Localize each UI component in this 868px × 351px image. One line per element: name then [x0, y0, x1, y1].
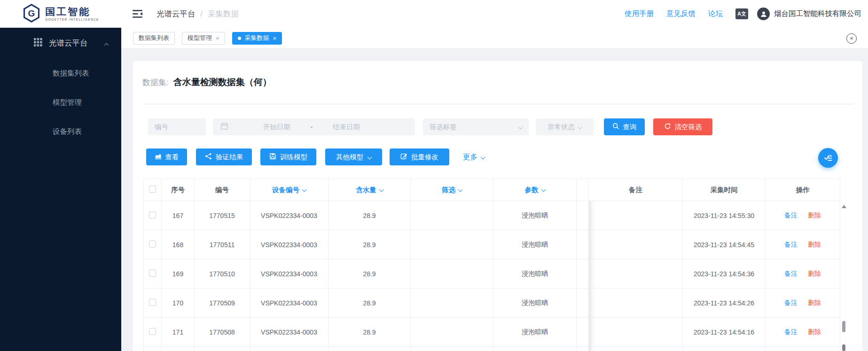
delete-link[interactable]: 删除	[808, 241, 821, 248]
spacer-cell	[577, 230, 589, 259]
device-cell: VSPK022334-0003	[250, 201, 328, 230]
topbar-link[interactable]: 意见反馈	[666, 9, 696, 19]
scrollbar-thumb[interactable]	[842, 321, 845, 332]
delete-link[interactable]: 删除	[808, 299, 821, 306]
table-header-cell[interactable]: 设备编号	[250, 179, 328, 201]
table-scrollbar[interactable]	[841, 202, 846, 351]
start-date-placeholder[interactable]: 开始日期	[251, 123, 303, 132]
sort-chevron-icon	[379, 187, 383, 192]
delete-link[interactable]: 删除	[808, 211, 821, 219]
row-checkbox[interactable]	[149, 328, 156, 335]
spacer-cell	[577, 289, 589, 318]
tab[interactable]: 数据集列表	[133, 32, 175, 45]
row-checkbox[interactable]	[149, 241, 156, 248]
sidebar-item[interactable]: 数据集列表	[0, 59, 121, 88]
delete-link[interactable]: 删除	[808, 270, 821, 277]
end-date-placeholder[interactable]: 结束日期	[321, 123, 372, 132]
top-bar: G 国工智能 GOGETTER INTELLIGENCE 光谱云平台 / 采集数…	[0, 0, 868, 28]
table-header-cell[interactable]	[577, 179, 589, 201]
row-checkbox[interactable]	[149, 270, 156, 277]
sidebar-item[interactable]: 设备列表	[0, 117, 121, 146]
filter-cell	[411, 318, 493, 347]
remark-link[interactable]: 备注	[784, 270, 798, 277]
batch-edit-button[interactable]: 批量修改	[390, 148, 449, 165]
filter-cell	[411, 201, 493, 230]
clear-filters-button[interactable]: 清空筛选	[653, 118, 712, 135]
brand-name: 国工智能	[45, 7, 99, 16]
sort-chevron-icon	[302, 187, 307, 192]
more-dropdown[interactable]: 更多	[463, 148, 485, 165]
dataset-name: 含水量检测数据集（何）	[173, 76, 272, 88]
table-row-partial	[144, 347, 840, 351]
table-header-cell[interactable]: 筛选	[411, 179, 493, 201]
search-button[interactable]: 查询	[604, 118, 645, 135]
brand-tagline: GOGETTER INTELLIGENCE	[45, 18, 99, 22]
time-cell: 2023-11-23 14:54:36	[683, 259, 766, 289]
row-checkbox[interactable]	[149, 211, 156, 218]
remark-link[interactable]: 备注	[784, 328, 798, 335]
account-menu[interactable]: 烟台国工智能科技有限公司	[757, 8, 861, 20]
breadcrumb-separator: /	[201, 9, 203, 18]
scroll-down-arrow-icon[interactable]	[842, 344, 845, 351]
tab[interactable]: 采集数据 ×	[232, 32, 282, 45]
spacer-cell	[577, 201, 589, 230]
number-input[interactable]	[148, 118, 206, 135]
topbar-link[interactable]: 论坛	[708, 9, 723, 19]
app: { "brand": {"name": "国工智能", "tagline": "…	[0, 0, 868, 351]
verify-results-button[interactable]: 验证结果	[196, 148, 252, 165]
table-header-cell[interactable]: 编号	[195, 179, 250, 201]
table-row: 169 1770510 VSPK022334-0003 28.9 浸泡晾晒 20…	[144, 259, 840, 289]
user-avatar-icon[interactable]	[757, 8, 770, 20]
tab[interactable]: 模型管理 ×	[182, 32, 225, 45]
breadcrumb-root[interactable]: 光谱云平台	[156, 9, 195, 19]
row-select-cell	[144, 289, 162, 318]
abnormal-status-select[interactable]: 异常状态	[536, 118, 594, 135]
remark-link[interactable]: 备注	[784, 211, 798, 219]
other-models-dropdown[interactable]: 其他模型	[325, 148, 382, 165]
row-checkbox[interactable]	[149, 299, 156, 306]
sidebar-group-label: 光谱云平台	[49, 38, 88, 48]
breadcrumb: 光谱云平台 / 采集数据	[156, 9, 239, 19]
filter-tag-select[interactable]: 筛选标签	[423, 118, 529, 135]
delete-link[interactable]: 删除	[808, 328, 821, 335]
topbar-link[interactable]: 使用手册	[625, 9, 654, 19]
breadcrumb-current: 采集数据	[208, 9, 239, 19]
select-all-checkbox[interactable]	[149, 186, 156, 193]
scroll-up-arrow-icon[interactable]	[842, 205, 846, 208]
table-header-cell[interactable]: 操作	[766, 179, 840, 201]
sidebar: 光谱云平台 数据集列表 模型管理 设备列表	[0, 28, 121, 351]
remark-cell	[589, 318, 683, 347]
language-switch-icon[interactable]: A文	[735, 8, 748, 19]
table-header-cell[interactable]: 采集时间	[683, 179, 766, 201]
remark-cell	[589, 230, 683, 259]
sidebar-collapse-icon[interactable]	[133, 9, 142, 18]
moisture-cell: 28.9	[328, 318, 411, 347]
table-header-cell[interactable]: 序号	[162, 179, 195, 201]
moisture-cell: 28.9	[328, 289, 411, 318]
ops-cell: 备注 删除	[766, 230, 840, 259]
table-row: 167 1770515 VSPK022334-0003 28.9 浸泡晾晒 20…	[144, 201, 840, 230]
code-cell: 1770509	[195, 289, 250, 318]
company-name[interactable]: 烟台国工智能科技有限公司	[774, 9, 861, 19]
table-header-cell[interactable]: 备注	[589, 179, 683, 201]
remark-link[interactable]: 备注	[784, 241, 798, 248]
sidebar-item[interactable]: 模型管理	[0, 88, 121, 117]
sidebar-group-platform[interactable]: 光谱云平台	[0, 28, 121, 59]
param-cell: 浸泡晾晒	[493, 230, 577, 259]
tab-close-icon[interactable]: ×	[273, 35, 277, 41]
chevron-up-icon	[105, 39, 108, 48]
table-header-cell[interactable]: 含水量	[328, 179, 411, 201]
table-header-cell[interactable]	[144, 179, 162, 201]
tab-close-icon[interactable]: ×	[216, 35, 219, 41]
remark-link[interactable]: 备注	[784, 299, 798, 306]
tab-label: 数据集列表	[139, 34, 169, 42]
view-button[interactable]: 查看	[146, 148, 187, 165]
device-cell: VSPK022334-0003	[250, 230, 328, 259]
date-range-picker[interactable]: 开始日期 - 结束日期	[213, 118, 415, 135]
index-cell: 170	[162, 289, 195, 318]
table-header-cell[interactable]: 参数	[493, 179, 577, 201]
column-settings-float-button[interactable]	[818, 148, 838, 168]
train-model-button[interactable]: 训练模型	[260, 148, 316, 165]
code-cell: 1770515	[195, 201, 250, 230]
close-all-tabs-icon[interactable]: ×	[846, 33, 857, 44]
